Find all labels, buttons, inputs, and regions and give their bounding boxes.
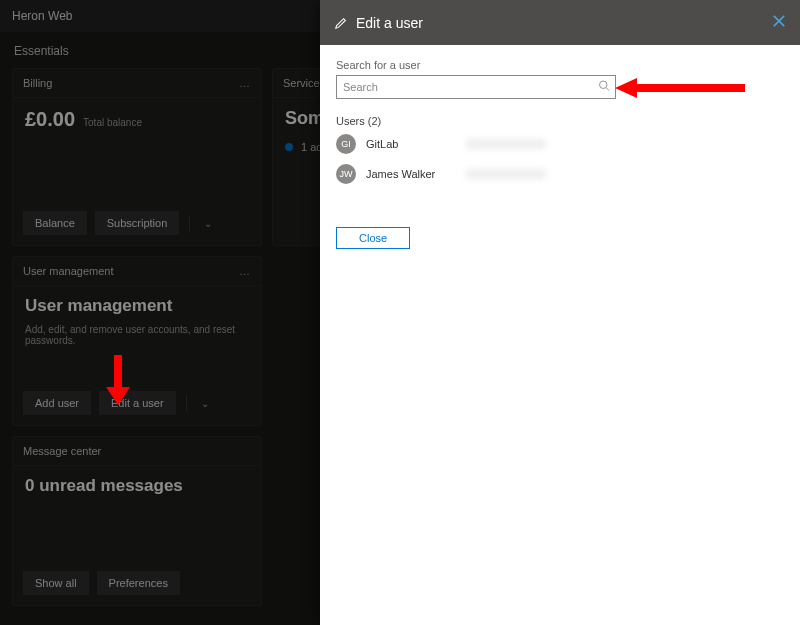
user-name: James Walker — [366, 168, 466, 180]
users-count-label: Users (2) — [336, 115, 784, 127]
avatar: JW — [336, 164, 356, 184]
user-email-blurred — [466, 169, 546, 179]
user-row[interactable]: GI GitLab — [336, 131, 784, 157]
avatar: GI — [336, 134, 356, 154]
user-name: GitLab — [366, 138, 466, 150]
svg-marker-7 — [106, 387, 130, 405]
svg-line-5 — [606, 88, 609, 91]
svg-point-4 — [600, 81, 608, 89]
pencil-icon — [334, 16, 348, 30]
annotation-arrow-left — [615, 78, 745, 98]
search-user-input[interactable] — [336, 75, 616, 99]
close-icon[interactable] — [772, 14, 786, 32]
search-icon[interactable] — [598, 80, 610, 95]
annotation-arrow-down — [103, 355, 133, 405]
svg-marker-9 — [615, 78, 637, 98]
panel-title: Edit a user — [356, 15, 423, 31]
user-email-blurred — [466, 139, 546, 149]
user-row[interactable]: JW James Walker — [336, 161, 784, 187]
close-button[interactable]: Close — [336, 227, 410, 249]
search-user-label: Search for a user — [336, 59, 784, 71]
